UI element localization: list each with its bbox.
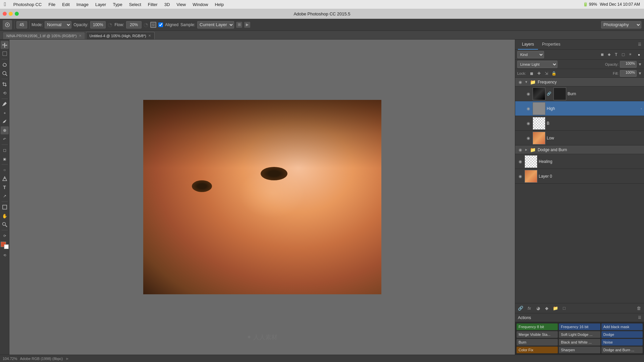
eyedropper-tool[interactable]: [1, 100, 9, 108]
layer-row-low[interactable]: ◉ Low: [515, 131, 644, 145]
maximize-button[interactable]: [15, 12, 19, 16]
action-color-fix[interactable]: Color Fix: [517, 347, 558, 353]
hand-tool[interactable]: ✋: [1, 212, 9, 220]
adjustment-filter-icon[interactable]: ◆: [606, 52, 612, 58]
group-arrow-dodge-burn[interactable]: ►: [525, 148, 528, 152]
brush-tool[interactable]: [1, 118, 9, 126]
vis-eye-layer0[interactable]: ◉: [517, 173, 523, 179]
menu-file[interactable]: File: [45, 0, 59, 9]
clone-source-btn[interactable]: ▶: [244, 22, 250, 28]
filter-toggle[interactable]: ●: [636, 52, 642, 58]
action-noise[interactable]: Noise: [601, 339, 643, 346]
action-frequency-8bit[interactable]: Frequency 8 bit: [517, 323, 558, 330]
fill-dropdown[interactable]: ▼: [638, 71, 642, 76]
healing-brush-tool[interactable]: ⌖: [1, 109, 9, 117]
minimize-button[interactable]: [9, 12, 13, 16]
layer-mask-btn[interactable]: ◕: [534, 304, 542, 312]
move-tool[interactable]: [1, 41, 9, 49]
type-filter-icon[interactable]: T: [613, 52, 619, 58]
pixel-filter-icon[interactable]: ◼: [599, 52, 605, 58]
menu-window[interactable]: Window: [189, 0, 211, 9]
action-dodge[interactable]: Dodge: [601, 331, 643, 338]
blend-mode-select[interactable]: Linear Light: [517, 61, 557, 68]
tab-0[interactable]: NINA-PRIYA19596_1.tif @ 105% (RGB/8*) ✕: [3, 32, 85, 39]
apple-menu[interactable]: : [0, 1, 10, 7]
marquee-tool[interactable]: [1, 50, 9, 58]
aligned-checkbox[interactable]: [158, 22, 163, 27]
layer-new-btn[interactable]: □: [560, 304, 568, 312]
dodge-tool[interactable]: ○: [1, 166, 9, 174]
status-arrow[interactable]: ►: [65, 356, 69, 361]
path-select-tool[interactable]: ↗: [1, 192, 9, 200]
type-tool[interactable]: T: [1, 183, 9, 191]
panel-menu-btn[interactable]: ☰: [638, 42, 641, 47]
lock-all-icon[interactable]: 🔒: [551, 70, 557, 76]
opacity-input[interactable]: 100%: [90, 21, 106, 28]
menu-edit[interactable]: Edit: [59, 0, 73, 9]
tab-layers[interactable]: Layers: [518, 40, 538, 50]
layer-link-btn[interactable]: 🔗: [517, 304, 525, 312]
menu-image[interactable]: Image: [73, 0, 92, 9]
3d-view-rotate[interactable]: ⟲: [1, 251, 9, 259]
layer-row-b[interactable]: ◉ B: [515, 116, 644, 131]
lasso-tool[interactable]: [1, 61, 9, 69]
vis-eye-low[interactable]: ◉: [525, 135, 531, 141]
lock-pixels-icon[interactable]: ◼: [529, 70, 535, 76]
color-swatches[interactable]: [1, 242, 9, 249]
rectangle-tool[interactable]: [1, 203, 9, 211]
menu-layer[interactable]: Layer: [92, 0, 110, 9]
eraser-tool[interactable]: ◻: [1, 146, 9, 154]
layer-row-layer0[interactable]: ◉ Layer 0: [515, 169, 644, 184]
gradient-tool[interactable]: ▣: [1, 155, 9, 163]
close-button[interactable]: [3, 12, 7, 16]
menu-type[interactable]: Type: [109, 0, 125, 9]
menu-3d[interactable]: 3D: [161, 0, 173, 9]
layer-fx-btn[interactable]: fx: [525, 304, 533, 312]
menu-filter[interactable]: Filter: [145, 0, 161, 9]
filter-kind-select[interactable]: Kind: [517, 51, 544, 58]
airbrush-toggle[interactable]: ☺: [150, 22, 156, 28]
group-arrow-frequency[interactable]: ▼: [525, 80, 528, 84]
layer-group-dodge-burn[interactable]: ◉ ► 📁 Dodge and Burn: [515, 145, 644, 154]
layer-group-frequency[interactable]: ◉ ▼ 📁 Frequency: [515, 78, 644, 86]
flow-input[interactable]: 20%: [126, 21, 142, 28]
menu-view[interactable]: View: [173, 0, 189, 9]
opacity-value[interactable]: 100%: [620, 61, 637, 68]
action-merge-visible[interactable]: Merge Visible Sta...: [517, 331, 558, 338]
shape-filter-icon[interactable]: ▢: [620, 52, 626, 58]
layer-row-high[interactable]: ◉ High ◦: [515, 101, 644, 116]
tab-1[interactable]: Untitled-4 @ 105% (High, RGB/8*) ✕: [86, 32, 155, 39]
lock-position-icon[interactable]: ✚: [536, 70, 542, 76]
actions-menu-btn[interactable]: ☰: [638, 315, 641, 320]
tab-properties[interactable]: Properties: [538, 40, 565, 50]
mode-select[interactable]: Normal: [45, 21, 71, 28]
smart-filter-icon[interactable]: ☀: [627, 52, 633, 58]
vis-eye-high[interactable]: ◉: [525, 106, 531, 112]
action-soft-light-dodge[interactable]: Soft Light Dodge ...: [559, 331, 600, 338]
tab-1-close[interactable]: ✕: [148, 34, 151, 38]
lock-artboards-icon[interactable]: ⇲: [543, 70, 549, 76]
menu-photoshop[interactable]: Photoshop CC: [10, 0, 45, 9]
crop-tool[interactable]: [1, 80, 9, 88]
sample-select[interactable]: Current Layer: [197, 21, 234, 28]
action-add-black-mask[interactable]: Add black mask: [601, 323, 643, 330]
zoom-tool[interactable]: [1, 221, 9, 229]
vis-eye-b[interactable]: ◉: [525, 120, 531, 126]
vis-eye-frequency[interactable]: ◉: [517, 79, 523, 85]
layer-delete-btn[interactable]: 🗑: [635, 304, 643, 312]
workspace-select[interactable]: Photography: [601, 21, 641, 28]
tab-0-close[interactable]: ✕: [79, 34, 82, 38]
action-burn[interactable]: Burn: [517, 339, 558, 346]
vis-eye-burn[interactable]: ◉: [525, 91, 531, 97]
action-frequency-16bit[interactable]: Frequency 16 bit: [559, 323, 600, 330]
layer-row-burn[interactable]: ◉ 🔗 Burn: [515, 86, 644, 101]
action-black-white[interactable]: Black and White ...: [559, 339, 600, 346]
clone-stamp-tool[interactable]: ⊕: [1, 126, 9, 134]
layer-adjustment-btn[interactable]: ◆: [543, 304, 551, 312]
background-color[interactable]: [4, 244, 9, 249]
vis-eye-healing[interactable]: ◉: [517, 159, 523, 165]
opacity-dropdown[interactable]: ▼: [638, 62, 642, 67]
pen-tool[interactable]: [1, 175, 9, 183]
menu-select[interactable]: Select: [126, 0, 145, 9]
layer-group-btn[interactable]: 📁: [551, 304, 559, 312]
